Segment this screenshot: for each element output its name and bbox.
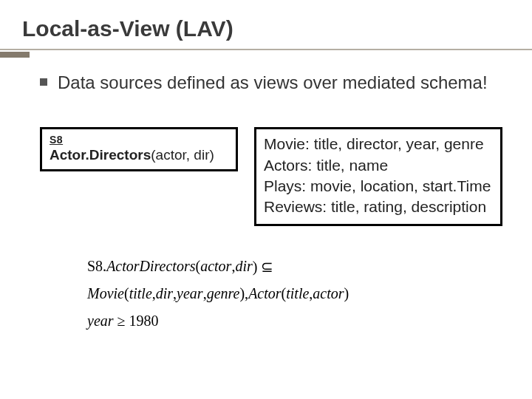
square-bullet-icon (40, 78, 47, 86)
formula-row-3: year ≥ 1980 (87, 307, 502, 335)
source-box: S8 Actor.Directors(actor, dir) (40, 127, 238, 171)
source-relation: Actor.Directors(actor, dir) (50, 147, 228, 163)
formula-row-2: Movie(title,dir,year,genre),Actor(title,… (87, 280, 502, 307)
schema-line-reviews: Reviews: title, rating, description (264, 197, 493, 217)
bullet-item: Data sources defined as views over media… (40, 71, 502, 95)
formula-row-1: S8.ActorDirectors(actor,dir) ⊆ (87, 253, 502, 280)
lav-formula: S8.ActorDirectors(actor,dir) ⊆ Movie(tit… (87, 253, 502, 335)
source-label: S8 (50, 134, 228, 146)
schema-box: Movie: title, director, year, genre Acto… (254, 127, 502, 225)
schema-line-actors: Actors: title, name (264, 155, 493, 176)
title-rule (0, 49, 532, 58)
bullet-text: Data sources defined as views over media… (58, 71, 488, 95)
schema-line-movie: Movie: title, director, year, genre (264, 134, 493, 154)
schema-line-plays: Plays: movie, location, start.Time (264, 176, 493, 197)
slide-title: Local-as-View (LAV) (0, 0, 532, 49)
